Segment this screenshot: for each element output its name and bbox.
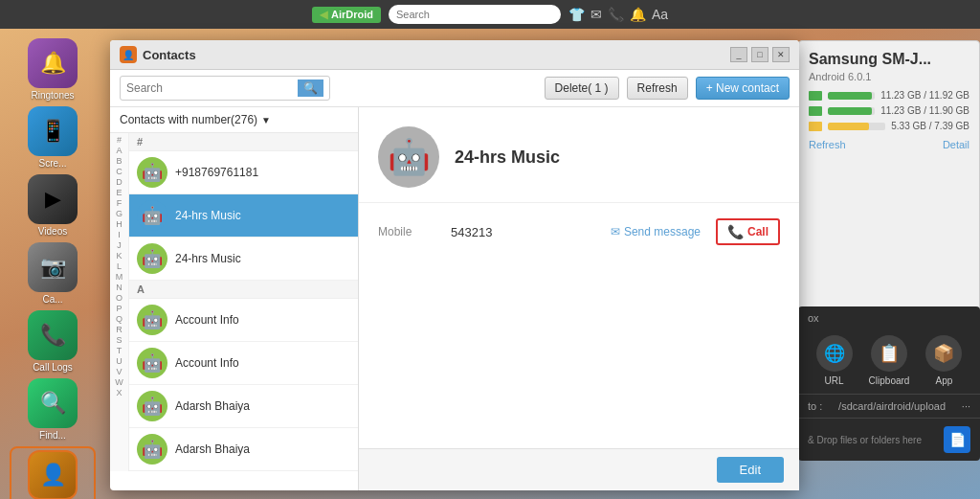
box-clipboard-item[interactable]: 📋 Clipboard	[869, 335, 910, 386]
alpha-k[interactable]: K	[116, 251, 122, 261]
phone-icon[interactable]: 📞	[608, 7, 624, 22]
device-refresh-button[interactable]: Refresh	[809, 139, 846, 150]
dock-label-cam: Ca...	[42, 294, 62, 305]
storage-icon-3	[809, 122, 822, 131]
contact-info: +918769761181	[175, 166, 258, 179]
alpha-i[interactable]: I	[118, 230, 121, 239]
contact-item-2[interactable]: 🤖 24-hrs Music	[129, 238, 358, 281]
box-app-item[interactable]: 📦 App	[925, 335, 962, 386]
contact-info-account2: Account Info	[175, 356, 239, 370]
dock-item-ringtones[interactable]: 🔔 Ringtones	[10, 38, 96, 101]
contacts-scroll[interactable]: # 🤖 +918769761181 🤖 24-hrs Music	[129, 133, 358, 471]
window-content: Contacts with number(276) ▼ # A B C D E …	[110, 107, 799, 490]
calllogs-icon: 📞	[28, 310, 78, 360]
call-label: Call	[747, 225, 768, 238]
alpha-s[interactable]: S	[116, 335, 122, 345]
alpha-b[interactable]: B	[116, 156, 122, 166]
airdroid-logo[interactable]: AirDroid	[312, 7, 381, 23]
shirt-icon[interactable]: 👕	[568, 7, 585, 22]
contact-item-account1[interactable]: 🤖 Account Info	[129, 299, 358, 342]
alpha-v[interactable]: V	[116, 367, 122, 376]
contact-avatar: 🤖	[137, 157, 167, 188]
delete-button[interactable]: Delete( 1 )	[545, 77, 619, 100]
alpha-c[interactable]: C	[116, 167, 122, 176]
top-bar-icons: 👕 ✉ 📞 🔔 Aa	[568, 7, 668, 22]
edit-button[interactable]: Edit	[717, 457, 784, 483]
maximize-button[interactable]: □	[751, 47, 768, 62]
box-panel: ox 🌐 URL 📋 Clipboard 📦 App to : /sdcard/…	[798, 306, 980, 461]
contact-item-account2[interactable]: 🤖 Account Info	[129, 342, 358, 385]
alpha-r[interactable]: R	[116, 325, 122, 334]
contact-name-account2: Account Info	[175, 356, 239, 370]
send-message-label: Send message	[624, 225, 701, 238]
dock: 🔔 Ringtones 📱 Scre... ▶ Videos 📷 Ca... 📞…	[0, 29, 105, 499]
detail-actions: ✉ Send message 📞 Call	[611, 218, 780, 245]
window-controls: _ □ ✕	[730, 47, 790, 62]
new-contact-button[interactable]: New contact	[696, 77, 790, 100]
dock-item-cam[interactable]: 📷 Ca...	[10, 242, 96, 305]
storage-bar-2	[828, 107, 872, 115]
box-panel-path: to : /sdcard/airdroid/upload ···	[798, 394, 980, 418]
bell-icon[interactable]: 🔔	[630, 7, 646, 22]
mail-icon[interactable]: ✉	[590, 7, 602, 22]
search-box[interactable]: 🔍	[120, 76, 330, 101]
storage-bar-3	[828, 123, 869, 130]
alpha-q[interactable]: Q	[116, 314, 122, 324]
window-app-icon: 👤	[120, 46, 137, 63]
clipboard-label: Clipboard	[869, 375, 910, 386]
alpha-o[interactable]: O	[116, 293, 122, 303]
contact-item-selected[interactable]: 🤖 24-hrs Music	[129, 194, 358, 238]
alpha-h[interactable]: H	[116, 219, 122, 229]
alpha-x[interactable]: X	[116, 388, 122, 397]
search-input[interactable]	[126, 81, 298, 95]
contacts-index: # A B C D E F G H I J K L M N O P	[110, 133, 358, 471]
dock-item-contacts[interactable]: 👤 Contacts	[10, 446, 96, 499]
contacts-filter[interactable]: Contacts with number(276) ▼	[110, 107, 358, 133]
contact-item-adarsh2[interactable]: 🤖 Adarsh Bhaiya	[129, 428, 358, 471]
alpha-a[interactable]: A	[116, 146, 122, 155]
refresh-button[interactable]: Refresh	[627, 77, 688, 100]
minimize-button[interactable]: _	[730, 47, 747, 62]
path-more-icon[interactable]: ···	[962, 400, 970, 412]
alpha-t[interactable]: T	[117, 346, 122, 355]
detail-mobile-row: Mobile 543213 ✉ Send message 📞 Call	[378, 218, 780, 245]
storage-bar-container-1	[828, 92, 875, 100]
dock-item-videos[interactable]: ▶ Videos	[10, 174, 96, 237]
alpha-p[interactable]: P	[116, 304, 122, 313]
text-icon[interactable]: Aa	[652, 7, 668, 22]
storage-icon-1	[809, 91, 822, 101]
call-button[interactable]: 📞 Call	[716, 218, 780, 245]
alpha-g[interactable]: G	[116, 209, 122, 218]
alpha-w[interactable]: W	[115, 377, 123, 387]
contact-item[interactable]: 🤖 +918769761181	[129, 151, 358, 194]
contact-avatar-account1: 🤖	[137, 305, 167, 335]
send-message-button[interactable]: ✉ Send message	[611, 225, 701, 238]
dock-item-screen[interactable]: 📱 Scre...	[10, 106, 96, 169]
alpha-d[interactable]: D	[116, 177, 122, 187]
alpha-e[interactable]: E	[116, 188, 122, 197]
alpha-l[interactable]: L	[117, 261, 122, 271]
storage-icon-2	[809, 106, 822, 116]
filter-dropdown-arrow[interactable]: ▼	[261, 115, 271, 125]
top-search-box[interactable]	[389, 5, 561, 24]
box-url-item[interactable]: 🌐 URL	[816, 335, 853, 386]
search-button[interactable]: 🔍	[298, 79, 323, 97]
alpha-hash[interactable]: #	[117, 135, 122, 145]
alpha-u[interactable]: U	[116, 356, 122, 366]
close-button[interactable]: ✕	[772, 47, 790, 62]
window-titlebar: 👤 Contacts _ □ ✕	[110, 40, 799, 70]
dock-item-calllogs[interactable]: 📞 Call Logs	[10, 310, 96, 373]
send-message-icon: ✉	[611, 225, 620, 238]
top-search-input[interactable]	[396, 9, 553, 20]
box-drop-zone: & Drop files or folders here 📄	[798, 418, 980, 461]
dock-item-find[interactable]: 🔍 Find...	[10, 378, 96, 441]
alpha-j[interactable]: J	[117, 240, 122, 250]
drop-text: & Drop files or folders here	[808, 435, 922, 445]
alpha-f[interactable]: F	[117, 198, 122, 208]
alpha-m[interactable]: M	[116, 272, 123, 282]
contact-item-adarsh1[interactable]: 🤖 Adarsh Bhaiya	[129, 385, 358, 428]
videos-icon: ▶	[28, 174, 78, 224]
device-detail-button[interactable]: Detail	[943, 139, 969, 150]
path-label: to :	[808, 400, 822, 412]
alpha-n[interactable]: N	[116, 283, 122, 292]
